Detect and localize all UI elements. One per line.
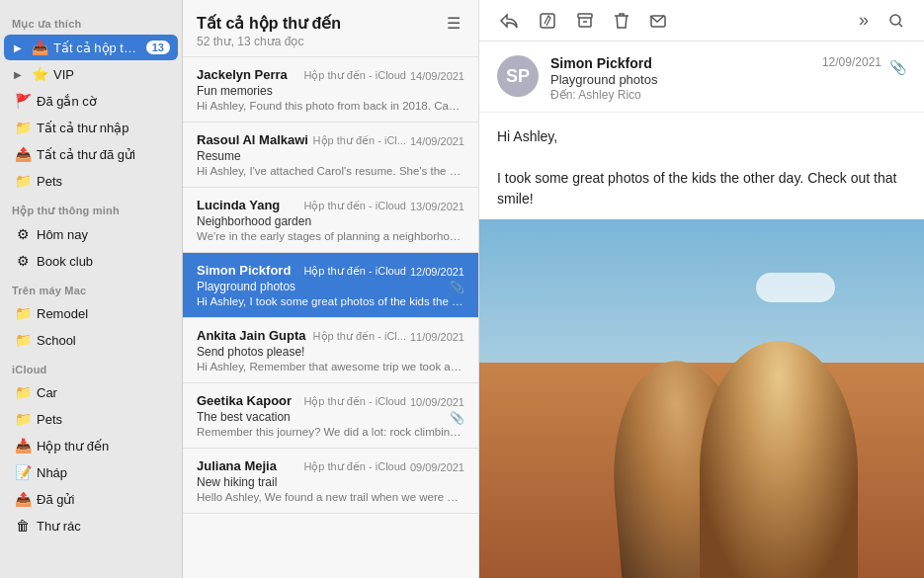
mail-folder: Hộp thư đến - iCloud <box>303 460 406 473</box>
mail-date: 11/09/2021 <box>410 331 464 343</box>
sidebar-item-all-inboxes[interactable]: 📁 Tất cả thư nhập <box>4 115 178 140</box>
photo-cloud <box>756 273 835 302</box>
mail-sender: Juliana Mejia <box>197 458 303 473</box>
mail-meta: Hộp thư đến - iCloud 12/09/2021 <box>303 265 464 278</box>
sidebar-item-remodel[interactable]: 📁 Remodel <box>4 300 178 326</box>
favorites-section-label: Mục ưa thích <box>0 8 182 34</box>
sidebar-item-label: Book club <box>37 254 170 269</box>
sidebar-item-pets[interactable]: 📁 Pets <box>4 406 178 432</box>
email-header: SP Simon Pickford Playground photos Đến:… <box>479 41 924 113</box>
mail-item[interactable]: Juliana Mejia Hộp thư đến - iCloud 09/09… <box>183 449 478 514</box>
mail-preview: Hello Ashley, We found a new trail when … <box>197 491 464 503</box>
mail-subject: Send photos please! <box>197 345 464 359</box>
junk-button[interactable] <box>645 10 671 32</box>
sidebar-item-label: Car <box>37 385 170 400</box>
mail-sender: Simon Pickford <box>197 263 303 278</box>
mail-preview: Hi Ashley, I took some great photos of t… <box>197 295 464 307</box>
sidebar-item-label: Nháp <box>37 465 170 480</box>
mail-item-selected[interactable]: Simon Pickford Hộp thư đến - iCloud 12/0… <box>183 253 478 318</box>
folder-icon: 📁 <box>14 383 32 401</box>
svg-point-3 <box>890 15 900 25</box>
email-subject: Playground photos <box>550 72 810 87</box>
mail-meta: Hộp thư đến - iCl... 14/09/2021 <box>313 134 464 147</box>
inbox-icon: 📥 <box>31 39 48 56</box>
mail-item[interactable]: Jackelyn Perra Hộp thư đến - iCloud 14/0… <box>183 57 478 123</box>
reading-pane: » SP Simon Pickford Playground photos Đế… <box>479 0 924 578</box>
sidebar-item-trash[interactable]: 🗑 Thư rác <box>4 513 178 538</box>
email-photo <box>479 219 924 578</box>
sidebar-item-inbox-icloud[interactable]: 📥 Hộp thư đến <box>4 433 178 458</box>
mail-meta: Hộp thư đến - iCl... 11/09/2021 <box>313 330 464 343</box>
mail-list-subtitle: 52 thư, 13 chưa đọc <box>197 35 464 48</box>
mail-date: 09/09/2021 <box>410 461 464 473</box>
folder-icon: 📁 <box>14 119 32 136</box>
mail-date: 14/09/2021 <box>410 135 464 147</box>
more-button[interactable]: » <box>855 8 873 33</box>
sidebar-item-label: Hôm nay <box>37 227 170 242</box>
sidebar-item-bookclub[interactable]: ⚙ Book club <box>4 248 178 274</box>
filter-button[interactable]: ☰ <box>443 12 464 35</box>
mail-meta: Hộp thư đến - iCloud 10/09/2021 <box>303 395 464 408</box>
email-meta: Simon Pickford Playground photos Đến: As… <box>550 55 810 102</box>
mail-preview: Remember this journey? We did a lot: roc… <box>197 426 464 438</box>
email-greeting: Hi Ashley, <box>497 126 906 147</box>
mail-subject: Fun memories <box>197 84 464 98</box>
mail-meta: Hộp thư đến - iCloud 09/09/2021 <box>303 460 464 473</box>
mail-item[interactable]: Ankita Jain Gupta Hộp thư đến - iCl... 1… <box>183 318 478 383</box>
mail-preview: Hi Ashley, Found this photo from back in… <box>197 100 464 112</box>
mail-subject: Resume <box>197 149 464 163</box>
mail-date: 12/09/2021 <box>410 266 464 278</box>
sidebar-item-pets-fav[interactable]: 📁 Pets <box>4 168 178 194</box>
chevron-icon: ▶ <box>14 42 26 53</box>
mail-folder: Hộp thư đến - iCloud <box>303 265 406 278</box>
mail-item[interactable]: Lucinda Yang Hộp thư đến - iCloud 13/09/… <box>183 188 478 253</box>
sidebar: Mục ưa thích ▶ 📥 Tất cả hộp thư ... 13 ▶… <box>0 0 183 578</box>
mail-sender: Ankita Jain Gupta <box>197 328 313 343</box>
sidebar-item-label: Tất cả hộp thư ... <box>53 41 141 55</box>
gear-icon: ⚙ <box>14 252 32 270</box>
icloud-section-label: iCloud <box>0 354 182 378</box>
mail-list: Tất cả hộp thư đến ☰ 52 thư, 13 chưa đọc… <box>183 0 479 578</box>
mail-sender: Geetika Kapoor <box>197 393 303 408</box>
svg-rect-0 <box>541 14 554 28</box>
flag-icon: 🚩 <box>14 92 32 110</box>
compose-button[interactable] <box>535 10 560 32</box>
email-body-text: I took some great photos of the kids the… <box>497 168 906 209</box>
mail-subject: Neighborhood garden <box>197 214 464 228</box>
mail-folder: Hộp thư đến - iCl... <box>313 330 406 343</box>
sidebar-item-all-inbox[interactable]: ▶ 📥 Tất cả hộp thư ... 13 <box>4 35 178 60</box>
mail-item[interactable]: Geetika Kapoor Hộp thư đến - iCloud 10/0… <box>183 383 478 449</box>
delete-button[interactable] <box>610 10 633 32</box>
mail-preview: Hi Ashley, I've attached Carol's resume.… <box>197 165 464 177</box>
sidebar-item-label: VIP <box>53 67 170 82</box>
sidebar-item-car[interactable]: 📁 Car <box>4 379 178 405</box>
mail-date: 13/09/2021 <box>410 201 464 212</box>
mail-meta: Hộp thư đến - iCloud 13/09/2021 <box>303 200 464 212</box>
mail-item[interactable]: Rasoul Al Malkawi Hộp thư đến - iCl... 1… <box>183 123 478 188</box>
archive-button[interactable] <box>572 10 598 32</box>
sidebar-item-label: Pets <box>37 174 170 189</box>
mail-folder: Hộp thư đến - iCloud <box>303 69 406 82</box>
sidebar-item-sent[interactable]: 📤 Đã gửi <box>4 486 178 512</box>
sidebar-item-vip[interactable]: ▶ ⭐ VIP <box>4 61 178 87</box>
mail-date: 10/09/2021 <box>410 396 464 408</box>
mail-date: 14/09/2021 <box>410 70 464 82</box>
sidebar-item-drafts[interactable]: 📝 Nháp <box>4 459 178 485</box>
sidebar-item-label: Remodel <box>37 306 170 321</box>
sidebar-item-today[interactable]: ⚙ Hôm nay <box>4 221 178 247</box>
attachment-icon: 📎 <box>889 59 906 75</box>
inbox-icon: 📥 <box>14 437 32 454</box>
photo-kid2 <box>700 341 858 578</box>
mail-items-list: Jackelyn Perra Hộp thư đến - iCloud 14/0… <box>183 57 478 578</box>
folder-icon: 📁 <box>14 410 32 428</box>
sidebar-item-flagged[interactable]: 🚩 Đã gắn cờ <box>4 88 178 114</box>
avatar: SP <box>497 55 539 97</box>
chevron-icon: ▶ <box>14 69 26 80</box>
search-button[interactable] <box>884 11 908 31</box>
reply-button[interactable] <box>495 10 523 32</box>
sidebar-item-school[interactable]: 📁 School <box>4 327 178 353</box>
mail-folder: Hộp thư đến - iCloud <box>303 395 406 408</box>
sidebar-item-sent-all[interactable]: 📤 Tất cả thư đã gửi <box>4 141 178 167</box>
mail-folder: Hộp thư đến - iCl... <box>313 134 406 147</box>
mail-folder: Hộp thư đến - iCloud <box>303 200 406 212</box>
